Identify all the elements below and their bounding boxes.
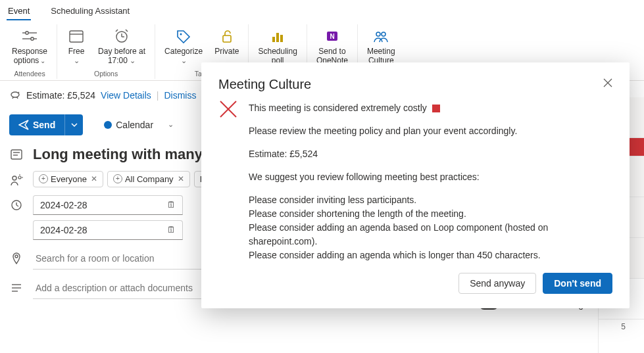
dialog-close-button[interactable]	[603, 77, 612, 91]
categorize-label: Categorize⌄	[164, 47, 203, 66]
red-square-icon	[432, 105, 440, 112]
svg-point-11	[180, 34, 182, 35]
svg-point-30	[15, 255, 18, 258]
cal-cell[interactable]: 5	[599, 319, 644, 353]
svg-point-1	[26, 32, 28, 34]
dismiss-link[interactable]: Dismiss	[164, 90, 196, 101]
group-label-options: Options	[94, 70, 118, 79]
sliders-icon	[21, 27, 38, 45]
calendar-icon: 🗓	[167, 225, 176, 235]
alarm-clock-icon	[114, 27, 130, 45]
free-label: Free⌄	[68, 47, 85, 66]
onenote-icon: N	[325, 27, 339, 45]
dialog-title: Meeting Culture	[218, 77, 311, 92]
svg-rect-4	[70, 31, 83, 42]
error-x-icon	[218, 99, 238, 262]
view-details-link[interactable]: View Details	[101, 90, 151, 101]
poll-icon	[270, 27, 285, 45]
svg-point-23	[12, 176, 16, 180]
group-label-attendees: Attendees	[14, 70, 45, 79]
plus-icon: +	[39, 174, 48, 183]
end-date-input[interactable]: 2024-02-28 🗓	[33, 220, 183, 240]
close-icon	[603, 78, 612, 87]
response-options-label: Response options	[12, 47, 47, 66]
svg-point-18	[376, 32, 380, 36]
svg-rect-15	[280, 35, 283, 42]
chip-everyone[interactable]: + Everyone ✕	[33, 171, 103, 187]
meeting-culture-dialog: Meeting Culture This meeting is consider…	[201, 62, 630, 308]
tab-event[interactable]: Event	[7, 3, 31, 20]
chevron-down-icon	[71, 122, 78, 128]
svg-rect-20	[11, 150, 22, 159]
svg-text:N: N	[330, 33, 334, 40]
reminder-button[interactable]: Day before at 17:00 ⌄	[93, 24, 151, 68]
send-button-dropdown[interactable]	[64, 114, 83, 135]
private-label: Private	[214, 47, 239, 56]
svg-rect-12	[223, 35, 231, 42]
svg-point-19	[382, 32, 385, 36]
calendar-selector[interactable]: Calendar ⌄	[104, 120, 174, 130]
private-button[interactable]: Private	[209, 24, 244, 68]
title-icon	[9, 148, 24, 161]
remove-chip-icon[interactable]: ✕	[178, 174, 184, 183]
svg-rect-13	[272, 37, 275, 42]
svg-point-24	[18, 176, 21, 179]
categorize-button[interactable]: Categorize⌄	[159, 24, 208, 68]
ribbon-tabs: Event Scheduling Assistant	[0, 0, 644, 20]
svg-line-29	[16, 205, 18, 206]
description-icon	[9, 282, 24, 294]
chevron-down-icon: ⌄	[168, 120, 174, 129]
scheduling-poll-button[interactable]: Scheduling poll	[253, 24, 302, 68]
calendar-free-icon	[68, 27, 84, 45]
send-label: Send	[33, 120, 55, 130]
meeting-culture-button[interactable]: Meeting Culture	[362, 24, 401, 68]
start-date-input[interactable]: 2024-02-28 🗓	[33, 195, 183, 215]
estimate-text: Estimate: £5,524	[26, 90, 95, 101]
dialog-body: This meeting is considered extremely cos…	[249, 101, 612, 262]
calendar-icon: 🗓	[167, 200, 176, 210]
people-icon	[373, 27, 389, 45]
ribbon-group-attendees: Response options Attendees	[3, 24, 57, 79]
calendar-dot-icon	[104, 121, 112, 129]
chip-all-company[interactable]: + All Company ✕	[107, 171, 190, 187]
svg-point-3	[31, 37, 34, 40]
tag-icon	[176, 27, 191, 45]
svg-line-9	[116, 30, 118, 32]
calendar-label-text: Calendar	[116, 120, 153, 130]
send-button[interactable]: Send	[9, 114, 83, 135]
svg-line-10	[126, 30, 128, 32]
attendees-icon	[9, 174, 24, 187]
savings-icon	[9, 89, 21, 103]
clock-icon	[9, 199, 24, 211]
free-busy-button[interactable]: Free⌄	[61, 24, 91, 68]
send-icon	[18, 120, 29, 130]
remove-chip-icon[interactable]: ✕	[91, 174, 97, 183]
ribbon-group-options: Free⌄ Day before at 17:00 ⌄ Options	[57, 24, 155, 79]
location-icon	[9, 252, 24, 264]
send-anyway-button[interactable]: Send anyway	[458, 273, 536, 294]
send-to-onenote-button[interactable]: N Send to OneNote	[311, 24, 353, 68]
send-button-main[interactable]: Send	[9, 114, 64, 135]
unlock-icon	[220, 27, 234, 45]
reminder-label: Day before at 17:00 ⌄	[98, 47, 145, 66]
dont-send-button[interactable]: Don't send	[543, 273, 612, 294]
tab-scheduling-assistant[interactable]: Scheduling Assistant	[49, 3, 131, 20]
plus-icon: +	[113, 174, 122, 183]
response-options-button[interactable]: Response options	[7, 24, 53, 68]
svg-rect-14	[276, 33, 279, 42]
